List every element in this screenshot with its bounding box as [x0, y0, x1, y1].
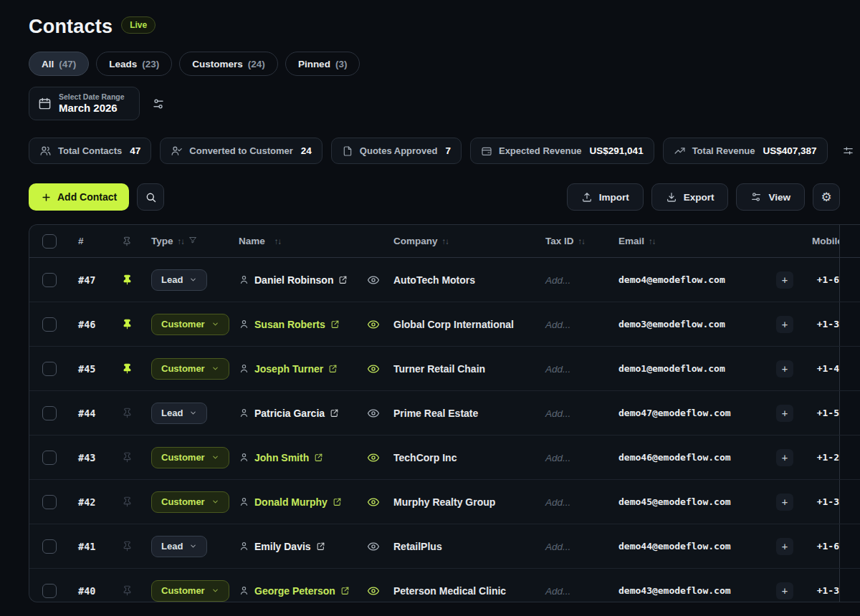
row-checkbox[interactable]	[42, 451, 57, 465]
stat-expected-revenue: Expected Revenue US$291,041	[470, 138, 654, 164]
preview-eye-icon[interactable]	[366, 361, 381, 377]
row-checkbox[interactable]	[42, 406, 57, 420]
row-number: #43	[67, 452, 111, 463]
export-label: Export	[684, 192, 715, 203]
table-row: #40 Customer George Peterson Peterson Me…	[29, 569, 860, 602]
tax-id-add-placeholder[interactable]: Add...	[545, 542, 570, 552]
column-header-number[interactable]: #	[67, 236, 111, 246]
column-header-type[interactable]: Type↑↓	[143, 236, 239, 246]
sort-icon[interactable]: ↑↓	[178, 237, 185, 246]
mobile-cell: +1-4	[812, 363, 839, 374]
external-link-icon[interactable]	[330, 408, 339, 418]
add-email-button[interactable]: +	[776, 316, 793, 333]
pin-icon[interactable]	[120, 317, 134, 331]
external-link-icon[interactable]	[338, 275, 348, 284]
stats-filter-button[interactable]	[839, 142, 857, 160]
tax-id-add-placeholder[interactable]: Add...	[545, 319, 570, 330]
filter-tab-all[interactable]: All (47)	[29, 52, 89, 76]
preview-eye-icon[interactable]	[366, 494, 381, 510]
external-link-icon[interactable]	[333, 497, 342, 506]
row-checkbox[interactable]	[42, 273, 57, 287]
type-badge[interactable]: Lead	[151, 536, 207, 557]
contact-name-link[interactable]: Susan Roberts	[254, 319, 325, 330]
tax-id-add-placeholder[interactable]: Add...	[545, 408, 570, 419]
add-email-button[interactable]: +	[776, 582, 793, 600]
column-header-mobile[interactable]: Mobile	[812, 236, 839, 246]
type-badge[interactable]: Customer	[151, 358, 229, 380]
row-checkbox[interactable]	[42, 539, 57, 554]
preview-eye-icon[interactable]	[366, 539, 381, 554]
date-compare-button[interactable]	[149, 95, 168, 113]
type-badge[interactable]: Customer	[151, 447, 229, 468]
sort-icon[interactable]: ↑↓	[274, 237, 282, 246]
row-checkbox[interactable]	[42, 317, 57, 332]
external-link-icon[interactable]	[340, 586, 350, 595]
row-checkbox[interactable]	[42, 362, 57, 376]
add-email-button[interactable]: +	[776, 360, 793, 377]
pin-icon[interactable]	[120, 584, 134, 597]
pin-icon[interactable]	[120, 539, 134, 553]
import-button[interactable]: Import	[567, 183, 644, 211]
external-link-icon[interactable]	[330, 319, 340, 329]
external-link-icon[interactable]	[328, 364, 338, 373]
tax-id-add-placeholder[interactable]: Add...	[545, 364, 570, 375]
row-checkbox[interactable]	[42, 584, 57, 598]
tax-id-add-placeholder[interactable]: Add...	[545, 586, 570, 597]
type-badge[interactable]: Customer	[151, 491, 229, 513]
company-cell: Peterson Medical Clinic	[393, 585, 545, 597]
type-badge[interactable]: Customer	[151, 314, 229, 335]
contact-name-link[interactable]: Donald Murphy	[254, 496, 328, 508]
export-button[interactable]: Export	[651, 183, 729, 211]
preview-eye-icon[interactable]	[366, 583, 381, 599]
pin-icon[interactable]	[120, 273, 134, 287]
filter-funnel-icon[interactable]	[188, 236, 197, 246]
contact-name-link[interactable]: Joseph Turner	[254, 363, 323, 375]
pin-icon[interactable]	[120, 495, 134, 509]
add-email-button[interactable]: +	[776, 271, 793, 289]
external-link-icon[interactable]	[316, 542, 325, 551]
view-button[interactable]: View	[736, 183, 805, 211]
date-range-picker[interactable]: Select Date Range March 2026	[29, 87, 140, 120]
pin-icon[interactable]	[120, 406, 134, 420]
preview-eye-icon[interactable]	[366, 272, 381, 288]
filter-tab-customers[interactable]: Customers (24)	[179, 52, 278, 76]
row-checkbox[interactable]	[42, 495, 57, 509]
column-header-email[interactable]: Email↑↓	[618, 236, 812, 246]
column-header-company[interactable]: Company↑↓	[393, 236, 545, 246]
row-number: #40	[67, 585, 111, 597]
external-link-icon[interactable]	[314, 453, 323, 462]
pin-icon[interactable]	[120, 362, 134, 375]
sort-icon[interactable]: ↑↓	[649, 237, 656, 246]
add-email-button[interactable]: +	[776, 449, 793, 466]
contact-name-link[interactable]: Daniel Robinson	[254, 274, 333, 286]
type-label: Lead	[161, 274, 183, 285]
add-email-button[interactable]: +	[776, 405, 793, 422]
filter-tab-leads[interactable]: Leads (23)	[96, 52, 172, 76]
add-contact-button[interactable]: Add Contact	[29, 183, 129, 211]
add-email-button[interactable]: +	[776, 538, 793, 555]
filter-tab-pinned[interactable]: Pinned (3)	[285, 52, 360, 76]
sort-icon[interactable]: ↑↓	[442, 237, 449, 246]
contact-name-link[interactable]: George Peterson	[254, 585, 335, 597]
type-badge[interactable]: Lead	[151, 269, 207, 291]
chevron-down-icon	[189, 276, 197, 284]
add-email-button[interactable]: +	[776, 494, 793, 511]
tax-id-add-placeholder[interactable]: Add...	[545, 275, 570, 286]
settings-button[interactable]: ⚙	[813, 183, 840, 211]
sort-icon[interactable]: ↑↓	[578, 237, 586, 246]
column-header-name[interactable]: Name↑↓	[239, 236, 353, 246]
search-button[interactable]	[137, 183, 164, 211]
tax-id-add-placeholder[interactable]: Add...	[545, 497, 570, 508]
contact-name-link[interactable]: Patricia Garcia	[254, 408, 325, 419]
type-badge[interactable]: Customer	[151, 580, 229, 602]
contact-name-link[interactable]: Emily Davis	[254, 541, 311, 552]
select-all-checkbox[interactable]	[42, 234, 57, 249]
preview-eye-icon[interactable]	[366, 450, 381, 466]
column-header-tax-id[interactable]: Tax ID↑↓	[545, 236, 618, 246]
tax-id-add-placeholder[interactable]: Add...	[545, 453, 570, 463]
preview-eye-icon[interactable]	[366, 317, 381, 332]
pin-icon[interactable]	[120, 451, 134, 464]
type-badge[interactable]: Lead	[151, 403, 207, 424]
contact-name-link[interactable]: John Smith	[254, 452, 309, 463]
preview-eye-icon[interactable]	[366, 405, 381, 421]
